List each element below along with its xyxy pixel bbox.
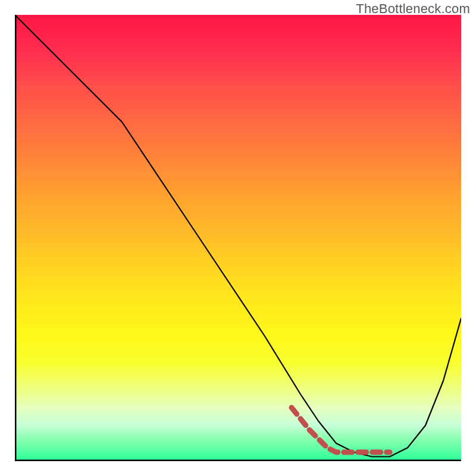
watermark-text: TheBottleneck.com <box>356 1 470 17</box>
plot-area <box>15 15 461 461</box>
chart-svg <box>15 15 461 461</box>
chart-container: TheBottleneck.com <box>0 0 476 476</box>
bottleneck-curve-path <box>15 15 461 457</box>
